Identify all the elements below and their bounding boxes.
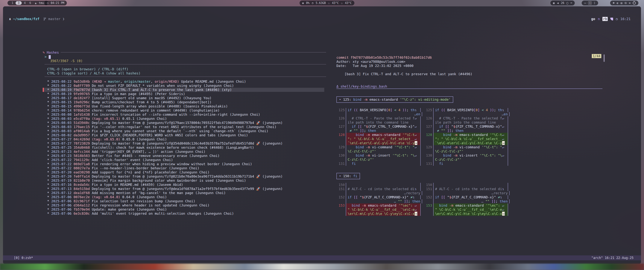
line-number: 131 xyxy=(336,162,346,166)
code-cell: fi xyxy=(346,162,421,166)
line-number xyxy=(424,199,433,203)
tmux-status-right: "arch" 16:21 22-Aug-25 xyxy=(592,255,634,260)
diff-new-pane: 150151# ALT-C - cd into the selected di↴… xyxy=(424,183,510,216)
diff-row: …rectory xyxy=(336,191,422,195)
code-cell: " \C-b\C-k \C-u`__fzf_cd__`\e\C-e↵ xyxy=(346,208,421,212)
diff-side-by-side: 150151# ALT-C - cd into the selected di↴… xyxy=(336,183,510,216)
line-number xyxy=(336,208,346,212)
code-cell: …rectory xyxy=(346,191,422,195)
audio-pill[interactable]: ▣ ◀ 26 ⌨ xyxy=(550,1,575,6)
diff-row: 128 bind -m emacs-standard '"\C-t↵ xyxy=(336,133,422,137)
diff-row: 150 xyxy=(336,183,422,187)
cpu-temp: 43°C xyxy=(332,1,339,5)
diff-row: …en xyxy=(424,112,510,116)
keyboard-icon[interactable]: ⌨ xyxy=(570,1,572,5)
line-number xyxy=(336,149,346,153)
line-number: 129 xyxy=(336,145,346,149)
cpu-temp-icon: ♨ xyxy=(328,1,330,5)
line-number: 126 xyxy=(336,116,346,120)
line-number xyxy=(424,112,433,116)
diff-file-name: Δ shell/key-bindings.bash xyxy=(336,84,387,88)
preview-scrollbar[interactable] xyxy=(604,54,605,62)
diff-row: 129 bind -m vi-command '"\C-t": "↵ xyxy=(424,145,510,149)
line-number: 152 xyxy=(424,195,433,199)
code-cell: bind -m emacs-standard '"\ec": ↵ xyxy=(433,203,508,208)
line-number xyxy=(424,141,433,145)
line-number xyxy=(336,212,346,216)
tmux-window-list[interactable]: [0] 0:zsh* xyxy=(14,255,33,260)
code-cell: bind -m vi-command '"\C-t": "↵ xyxy=(346,145,421,149)
preview-scroll-badge: 1/44 xyxy=(592,54,601,58)
bluetooth-icon[interactable]: ᛒ xyxy=(594,1,596,5)
line-number xyxy=(336,191,346,195)
code-cell: # CTRL-T - Paste the selected f↵ xyxy=(346,116,421,120)
workspace-pill[interactable]: 1346 ▲ tmux xyxy=(8,1,48,6)
code-cell: \C-z\C-t\C-z"' xyxy=(433,149,508,153)
monitor-icon[interactable]: ▭ xyxy=(584,1,586,5)
system-stats-pill[interactable]: ◉ 0% ◔ 5.63GB ♨ 43°C ♨ 43°C xyxy=(300,1,354,6)
clock-pill[interactable]: ◷ 04:21 PM xyxy=(44,1,67,6)
connectivity-pill[interactable]: ▭ A ᛒ xyxy=(582,1,598,6)
workspace-3[interactable]: 3 xyxy=(16,1,22,5)
line-number: 127 xyxy=(336,124,346,129)
line-number: 126 xyxy=(424,116,433,120)
ghost-icon[interactable]: ☻ xyxy=(613,1,614,5)
line-number: 130 xyxy=(336,153,346,158)
disk-icon[interactable]: ▤ xyxy=(620,1,622,5)
hunk-header: • 150: fi xyxy=(336,173,360,179)
code-cell: … "" ]]; then xyxy=(433,199,510,203)
diff-row: … "" ]]; then xyxy=(336,199,422,203)
code-cell: …rectory xyxy=(433,191,510,195)
screenshot-icon[interactable]: ▣ xyxy=(553,1,555,5)
line-number: 151 xyxy=(424,187,433,191)
diff-row: 152if [[ "${FZF_ALT_C_COMMAND-x}" ≠↴ xyxy=(336,195,422,199)
code-cell: # ALT-C - cd into the selected di↴ xyxy=(433,187,508,191)
line-number xyxy=(424,212,433,216)
code-cell: # CTRL-T - Paste the selected f↵ xyxy=(433,116,508,120)
diff-row: \er\C-m\C-y\C-h\e \C-y\ey\C-x\C-x→ xyxy=(424,212,510,216)
diff-row: 131 fi xyxy=(336,162,422,166)
power-icon[interactable] xyxy=(633,2,636,5)
workspace-4[interactable]: 4 xyxy=(22,1,27,5)
memory-icon: ◔ xyxy=(312,1,314,5)
line-number xyxy=(424,137,433,141)
workspace-1[interactable]: 1 xyxy=(10,1,15,5)
line-number xyxy=(424,129,433,133)
line-number xyxy=(424,191,433,195)
menu-icon[interactable]: ≡ xyxy=(629,1,630,5)
diff-row: 150 xyxy=(424,183,510,187)
workspace-6[interactable]: 6 xyxy=(28,1,32,5)
diff-row: 151# ALT-C - cd into the selected di↴ xyxy=(336,187,422,191)
keyboard-layout[interactable]: A xyxy=(588,1,592,5)
line-number: 131 xyxy=(424,162,433,166)
diff-row: 153 bind -m emacs-standard '"\ec": ↵ xyxy=(424,203,510,208)
wallpaper-strip xyxy=(0,264,644,270)
microphone-icon[interactable] xyxy=(566,2,568,5)
code-cell: … "" ]]; then xyxy=(346,199,422,203)
code-cell: if [[ "${FZF_ALT_C_COMMAND-x}" ≠↴ xyxy=(433,195,508,199)
gpu-temp-icon: ♨ xyxy=(341,1,342,5)
palette-icon[interactable]: ◐ xyxy=(617,1,618,5)
preview-pane: commit f9d7877d8b01e58c53c5b7f746f02c8ab… xyxy=(3,6,641,264)
code-cell: ile path into the command line xyxy=(433,120,508,124)
code-cell: ≠ "" ]]; then xyxy=(433,129,508,133)
diff-row: \C-z\C-t\C-z"' xyxy=(336,149,422,153)
line-number: 130 xyxy=(424,153,433,158)
clock-label: 04:21 PM xyxy=(51,1,64,5)
line-number xyxy=(336,158,346,162)
volume-icon[interactable]: ◀ xyxy=(557,1,559,5)
line-number: 125 xyxy=(424,108,433,112)
hunk-header: • 125: bind -m emacs-standard '"\C-z": v… xyxy=(336,96,453,103)
line-number: 151 xyxy=(336,187,346,191)
line-number xyxy=(336,137,346,141)
tray-pill[interactable]: ☻ ◐ ▤ ⧉ ≡ xyxy=(610,1,638,6)
code-cell: bind -m vi-insert '"\C-t": "\↵ xyxy=(346,153,421,158)
line-number: 153 xyxy=(336,203,346,208)
diff-row: 130 bind -m vi-insert '"\C-t": "\↵ xyxy=(336,153,422,158)
diff-row: ile path into the command line xyxy=(336,120,422,124)
code-cell: C-z\C-t\C-z"' xyxy=(433,158,508,162)
code-cell: bind -m emacs-standard '"\C-t↵ xyxy=(346,133,421,137)
code-cell: ": " \C-b\C-k \C-u`__fzf_select__↵ xyxy=(346,137,421,141)
copy-icon[interactable]: ⧉ xyxy=(624,1,626,5)
diff-row: ≠ "" ]]; then xyxy=(336,129,422,133)
